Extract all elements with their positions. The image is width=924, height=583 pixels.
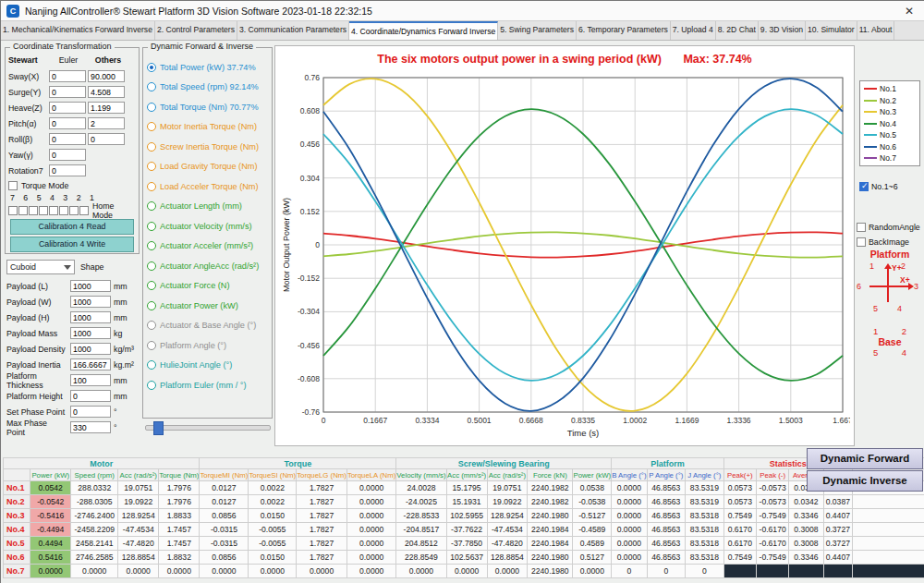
heave-z-others-input[interactable] — [88, 102, 125, 114]
radio-platform-euler-mm[interactable] — [147, 381, 156, 390]
tab-6[interactable]: 6. Temporary Parameters — [577, 21, 671, 40]
pitch-others-input[interactable] — [88, 117, 125, 129]
cell-no-3-3: 128.9254 — [118, 509, 159, 523]
home-bit-checkbox-4[interactable] — [49, 206, 58, 215]
close-button[interactable]: ✕ — [899, 5, 919, 18]
home-bit-checkbox-6[interactable] — [29, 206, 38, 215]
payload-row-platform-height: Platform Heightmm — [6, 388, 138, 404]
dyn-option-actuator-force-n[interactable]: Actuator Force (N) — [147, 276, 268, 297]
tab-5[interactable]: 5. Swing Parameters — [498, 21, 577, 40]
tab-7[interactable]: 7. Upload 4 — [671, 21, 716, 40]
dyn-option-actuator-power-kw[interactable]: Actuator Power (kW) — [147, 296, 268, 316]
home-bit-checkbox-2[interactable] — [69, 206, 79, 215]
home-bit-checkbox-5[interactable] — [39, 206, 48, 215]
cell-no-2-3: 19.0922 — [118, 495, 159, 509]
set-phase-point-input[interactable] — [70, 406, 111, 418]
dyn-option-actuator-velocity-mm-s[interactable]: Actuator Velocity (mm/s) — [147, 216, 268, 237]
rotation7-euler-input[interactable] — [49, 164, 86, 176]
dyn-option-huliejoint-angle[interactable]: HulieJoint Angle (°) — [147, 356, 268, 376]
max-phase-point-input[interactable] — [70, 421, 111, 433]
dyn-option-actuator-acceler-mm-s[interactable]: Actuator Acceler (mm/s²) — [147, 237, 268, 257]
radio-huliejoint-angle[interactable] — [147, 360, 156, 370]
dyn-option-actuator-base-angle[interactable]: Actuator & Base Angle (°) — [147, 316, 268, 336]
payload-h-input[interactable] — [70, 311, 111, 323]
payload-mass-input[interactable] — [70, 327, 111, 339]
backimage-checkbox[interactable] — [857, 237, 866, 247]
radio-actuator-power-kw[interactable] — [147, 301, 156, 310]
yaw-euler-input[interactable] — [49, 149, 86, 161]
home-bit-checkbox-1[interactable] — [79, 206, 89, 215]
radio-platform-angle[interactable] — [147, 341, 156, 350]
radio-total-torque-nm-70-77[interactable] — [147, 103, 156, 112]
payload-l-input[interactable] — [70, 280, 111, 292]
home-bit-checkbox-7[interactable] — [18, 206, 28, 215]
surge-y-others-input[interactable] — [88, 86, 125, 98]
tab-1[interactable]: 1. Mechanical/Kinematics Forward Inverse — [1, 21, 155, 40]
randomangle-checkbox[interactable] — [857, 223, 866, 232]
home-bit-checkbox-3[interactable] — [59, 206, 68, 215]
shape-row: Cuboid Shape — [6, 260, 103, 274]
dynamic-inverse-button[interactable]: Dynamic Inverse — [807, 470, 923, 492]
heave-z-euler-input[interactable] — [49, 102, 86, 114]
radio-total-power-kw-37-74[interactable] — [147, 63, 156, 72]
calibration-read-button[interactable]: Calibration 4 Read — [10, 219, 134, 235]
radio-actuator-length-mm[interactable] — [147, 201, 156, 211]
home-bit-checkbox-8[interactable] — [8, 206, 18, 215]
tab-11[interactable]: 11. About — [857, 21, 895, 40]
torque-mode-checkbox[interactable] — [8, 181, 18, 190]
radio-screw-inertia-torque-nm[interactable] — [147, 142, 156, 152]
cell-no-3-19: 0.3346 — [789, 509, 823, 523]
pitch-euler-input[interactable] — [49, 117, 86, 129]
platform-thickness-input[interactable] — [70, 374, 111, 386]
cell-no-3-5: 0.0856 — [200, 509, 249, 523]
radio-actuator-force-n[interactable] — [147, 281, 156, 290]
tab-10[interactable]: 10. Simulator — [806, 21, 857, 40]
radio-motor-inertia-torque-nm[interactable] — [147, 122, 156, 131]
cell-no-7-14: 0 — [612, 565, 647, 578]
surge-y-euler-input[interactable] — [49, 86, 86, 98]
sway-x-others-input[interactable] — [88, 70, 125, 82]
payload-w-input[interactable] — [70, 296, 111, 308]
payload-density-input[interactable] — [70, 343, 111, 355]
platform-height-input[interactable] — [70, 390, 111, 402]
radio-actuator-acceler-mm-s[interactable] — [147, 241, 156, 250]
dyn-option-load-acceler-torque-nm[interactable]: Load Acceler Torque (Nm) — [147, 176, 268, 197]
sway-x-euler-input[interactable] — [49, 70, 86, 82]
radio-actuator-angleacc-rad-s[interactable] — [147, 261, 156, 271]
roll-euler-input[interactable] — [49, 133, 86, 145]
dyn-option-total-speed-rpm-92-14[interactable]: Total Speed (rpm) 92.14% — [147, 78, 268, 98]
series-1-6-checkbox[interactable] — [859, 182, 869, 191]
radio-actuator-base-angle[interactable] — [147, 321, 156, 330]
svg-text:-0.76: -0.76 — [302, 407, 321, 417]
dyn-option-screw-inertia-torque-nm[interactable]: Screw Inertia Torque (Nm) — [147, 137, 268, 157]
phase-slider-thumb[interactable] — [153, 421, 164, 435]
calibration-write-button[interactable]: Calibration 4 Write — [10, 237, 134, 252]
coord-col-header-euler: Euler — [49, 55, 88, 68]
dyn-option-actuator-angleacc-rad-s[interactable]: Actuator AngleAcc (rad/s²) — [147, 256, 268, 276]
dyn-option-platform-angle[interactable]: Platform Angle (°) — [147, 335, 268, 356]
tab-2[interactable]: 2. Control Parameters — [155, 21, 237, 40]
svg-text:0.8335: 0.8335 — [571, 416, 595, 425]
tab-3[interactable]: 3. Communication Parameters — [237, 21, 349, 40]
roll-others-input[interactable] — [88, 133, 125, 145]
radio-load-gravity-torque-nm[interactable] — [147, 162, 156, 171]
cell-no-7-5: 0.0000 — [200, 565, 249, 578]
radio-actuator-velocity-mm-s[interactable] — [147, 222, 156, 231]
dyn-option-load-gravity-torque-nm[interactable]: Load Gravity Torque (Nm) — [147, 157, 268, 177]
dynamic-forward-button[interactable]: Dynamic Forward — [807, 448, 923, 469]
tab-8[interactable]: 8. 2D Chat — [716, 21, 759, 40]
tab-4[interactable]: 4. Coordinate/Dynamics Forward Inverse — [349, 21, 498, 40]
dyn-option-total-power-kw-37-74[interactable]: Total Power (kW) 37.74% — [147, 57, 268, 78]
table-group-torque: Torque — [200, 458, 396, 469]
radio-total-speed-rpm-92-14[interactable] — [147, 82, 156, 91]
shape-select[interactable]: Cuboid — [6, 260, 75, 274]
dyn-option-motor-inertia-torque-nm[interactable]: Motor Inertia Torque (Nm) — [147, 117, 268, 138]
radio-load-acceler-torque-nm[interactable] — [147, 182, 156, 191]
cell-no-7-18 — [756, 565, 788, 578]
phase-slider[interactable] — [145, 425, 271, 431]
dyn-option-total-torque-nm-70-77[interactable]: Total Torque (Nm) 70.77% — [147, 97, 268, 117]
dyn-option-actuator-length-mm[interactable]: Actuator Length (mm) — [147, 197, 268, 217]
tab-9[interactable]: 9. 3D Vision — [759, 21, 806, 40]
dyn-option-platform-euler-mm[interactable]: Platform Euler (mm / °) — [147, 375, 268, 395]
payload-inertia-input[interactable] — [70, 358, 111, 370]
